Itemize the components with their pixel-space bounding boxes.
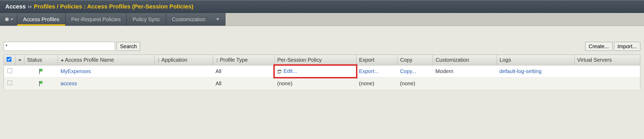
tab-policy-sync[interactable]: Policy Sync [127,13,166,26]
column-virtual-servers[interactable]: Virtual Servers [574,55,640,65]
column-customization[interactable]: Customization [433,55,497,65]
search-input[interactable] [4,42,115,51]
search-button[interactable]: Search [117,42,140,51]
export-link[interactable]: Export... [359,68,379,74]
tab-label: Customization [172,16,206,23]
column-export[interactable]: Export [356,55,397,65]
sort-icon [157,59,160,62]
select-all-checkbox[interactable] [7,57,11,62]
svg-rect-3 [278,70,281,71]
cell-profile-type: All [213,65,274,78]
row-checkbox[interactable] [7,68,12,73]
column-name[interactable]: Access Profile Name [58,55,154,65]
column-application[interactable]: Application [154,55,213,65]
chevron-down-icon [11,18,13,21]
column-per-session[interactable]: Per-Session Policy [274,55,356,65]
cell-copy: (none) [397,78,433,90]
import-button[interactable]: Import... [614,42,640,51]
edit-policy-link[interactable]: Edit... [283,68,297,74]
table-row: MyExpensesAllEdit...Export...Copy...Mode… [4,65,640,78]
chevron-down-icon [216,18,219,21]
breadcrumb-path: Profiles / Policies : Access Profiles (P… [34,3,193,10]
column-filter-dropdown[interactable] [16,55,24,65]
tab-label: Per-Request Policies [71,16,121,23]
profile-name-link[interactable]: access [61,80,77,86]
profiles-table: Status Access Profile Name Application P… [4,55,640,90]
cell-per-session: (none) [274,78,356,90]
cell-virtual-servers [574,65,640,78]
cell-export: (none) [356,78,397,90]
cell-virtual-servers [574,78,640,90]
chevron-down-icon [18,59,21,62]
tab-label: Policy Sync [132,16,160,23]
column-name-label: Access Profile Name [65,57,114,63]
create-button[interactable]: Create... [585,42,612,51]
breadcrumb-separator: ›› [28,3,32,10]
column-checkbox[interactable] [4,55,16,65]
cell-application [154,78,213,90]
breadcrumb-section: Access [5,3,26,10]
cell-customization: Modern [433,65,497,78]
cell-application [154,65,213,78]
cell-customization [433,78,497,90]
copy-link[interactable]: Copy... [400,68,416,74]
cell-export: Export... [356,65,397,78]
cell-per-session: Edit... [274,65,356,78]
tab-per-request-policies[interactable]: Per-Request Policies [65,13,127,26]
profile-name-link[interactable]: MyExpenses [61,68,91,74]
breadcrumb-bar: Access ›› Profiles / Policies : Access P… [0,0,644,13]
locked-checkbox-icon [7,80,12,85]
flag-icon [38,69,44,74]
cell-copy: Copy... [397,65,433,78]
popup-icon [277,69,281,75]
column-profile-type[interactable]: Profile Type [213,55,274,65]
tab-bar: Access ProfilesPer-Request PoliciesPolic… [0,13,644,26]
toolbar-row: Search Create... Import... [4,42,640,51]
flag-icon [38,81,44,87]
sort-asc-icon [61,59,64,62]
column-logs[interactable]: Logs [497,55,574,65]
tab-label: Access Profiles [23,16,59,23]
logs-link[interactable]: default-log-setting [499,68,541,74]
tab-access-profiles[interactable]: Access Profiles [17,13,65,26]
cell-logs: default-log-setting [497,65,574,78]
column-copy[interactable]: Copy [397,55,433,65]
tab-customization[interactable]: Customization [166,13,225,26]
sort-icon [216,59,219,62]
gear-menu[interactable] [0,13,17,26]
table-row: accessAll(none)(none)(none) [4,78,640,90]
column-application-label: Application [161,57,187,63]
column-status[interactable]: Status [24,55,58,65]
gear-icon [4,17,9,22]
cell-logs [497,78,574,90]
content-area: Search Create... Import... Status Access… [0,26,644,93]
column-profile-type-label: Profile Type [220,57,248,63]
cell-profile-type: All [213,78,274,90]
